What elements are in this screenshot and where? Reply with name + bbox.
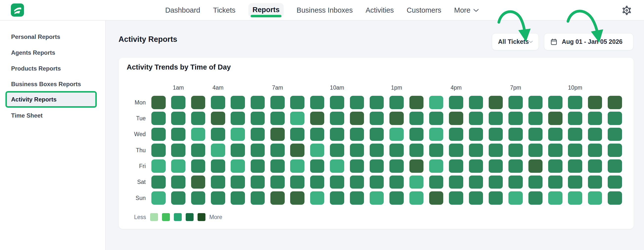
heatmap-cell[interactable] (548, 159, 562, 173)
heatmap-cell[interactable] (191, 96, 206, 109)
heatmap-cell[interactable] (608, 159, 622, 173)
heatmap-cell[interactable] (290, 96, 304, 109)
heatmap-cell[interactable] (211, 144, 225, 157)
heatmap-cell[interactable] (528, 159, 543, 173)
heatmap-cell[interactable] (151, 112, 166, 125)
heatmap-cell[interactable] (151, 144, 166, 157)
heatmap-cell[interactable] (270, 96, 285, 109)
heatmap-cell[interactable] (469, 159, 483, 173)
heatmap-cell[interactable] (489, 144, 503, 157)
sidebar-item-time-sheet[interactable]: Time Sheet (0, 108, 105, 123)
heatmap-cell[interactable] (390, 96, 404, 109)
heatmap-cell[interactable] (191, 159, 206, 173)
heatmap-cell[interactable] (508, 176, 523, 189)
heatmap-cell[interactable] (429, 96, 444, 109)
tickets-filter-dropdown[interactable]: All Tickets (492, 33, 539, 50)
heatmap-cell[interactable] (568, 176, 582, 189)
heatmap-cell[interactable] (370, 191, 384, 205)
heatmap-cell[interactable] (548, 191, 562, 205)
heatmap-cell[interactable] (350, 191, 364, 205)
heatmap-cell[interactable] (171, 144, 186, 157)
heatmap-cell[interactable] (489, 176, 503, 189)
heatmap-cell[interactable] (231, 144, 245, 157)
heatmap-cell[interactable] (528, 144, 543, 157)
heatmap-cell[interactable] (410, 191, 424, 205)
heatmap-cell[interactable] (508, 112, 523, 125)
heatmap-cell[interactable] (508, 144, 523, 157)
heatmap-cell[interactable] (429, 112, 444, 125)
heatmap-cell[interactable] (548, 144, 562, 157)
nav-item-activities[interactable]: Activities (366, 6, 394, 14)
heatmap-cell[interactable] (410, 128, 424, 141)
heatmap-cell[interactable] (390, 112, 404, 125)
heatmap-cell[interactable] (469, 176, 483, 189)
heatmap-cell[interactable] (330, 128, 344, 141)
heatmap-cell[interactable] (410, 112, 424, 125)
heatmap-cell[interactable] (231, 112, 245, 125)
heatmap-cell[interactable] (231, 128, 245, 141)
heatmap-cell[interactable] (469, 128, 483, 141)
heatmap-cell[interactable] (568, 191, 582, 205)
heatmap-cell[interactable] (489, 128, 503, 141)
sidebar-item-products-reports[interactable]: Products Reports (0, 61, 105, 76)
heatmap-cell[interactable] (330, 176, 344, 189)
heatmap-cell[interactable] (449, 144, 463, 157)
heatmap-cell[interactable] (350, 112, 364, 125)
heatmap-cell[interactable] (449, 96, 463, 109)
heatmap-cell[interactable] (489, 112, 503, 125)
sidebar-item-activity-reports[interactable]: Activity Reports (11, 96, 56, 103)
heatmap-cell[interactable] (330, 112, 344, 125)
heatmap-cell[interactable] (350, 96, 364, 109)
heatmap-cell[interactable] (508, 191, 523, 205)
heatmap-cell[interactable] (588, 112, 602, 125)
heatmap-cell[interactable] (588, 144, 602, 157)
heatmap-cell[interactable] (568, 96, 582, 109)
nav-item-tickets[interactable]: Tickets (213, 6, 236, 14)
heatmap-cell[interactable] (171, 112, 186, 125)
heatmap-cell[interactable] (251, 112, 265, 125)
heatmap-cell[interactable] (588, 128, 602, 141)
heatmap-cell[interactable] (469, 191, 483, 205)
heatmap-cell[interactable] (588, 191, 602, 205)
heatmap-cell[interactable] (449, 128, 463, 141)
sidebar-item-business-boxes-reports[interactable]: Business Boxes Reports (0, 76, 105, 92)
heatmap-cell[interactable] (330, 159, 344, 173)
heatmap-cell[interactable] (588, 96, 602, 109)
heatmap-cell[interactable] (469, 96, 483, 109)
heatmap-cell[interactable] (390, 176, 404, 189)
heatmap-cell[interactable] (211, 128, 225, 141)
heatmap-cell[interactable] (588, 176, 602, 189)
heatmap-cell[interactable] (608, 191, 622, 205)
heatmap-cell[interactable] (410, 96, 424, 109)
heatmap-cell[interactable] (608, 112, 622, 125)
heatmap-cell[interactable] (251, 144, 265, 157)
heatmap-cell[interactable] (151, 96, 166, 109)
heatmap-cell[interactable] (390, 144, 404, 157)
heatmap-cell[interactable] (429, 159, 444, 173)
heatmap-cell[interactable] (449, 191, 463, 205)
heatmap-cell[interactable] (528, 112, 543, 125)
heatmap-cell[interactable] (171, 128, 186, 141)
heatmap-cell[interactable] (508, 96, 523, 109)
heatmap-cell[interactable] (410, 176, 424, 189)
heatmap-cell[interactable] (608, 176, 622, 189)
heatmap-cell[interactable] (410, 159, 424, 173)
heatmap-cell[interactable] (231, 191, 245, 205)
heatmap-cell[interactable] (310, 128, 324, 141)
heatmap-cell[interactable] (171, 191, 186, 205)
heatmap-cell[interactable] (211, 112, 225, 125)
heatmap-cell[interactable] (211, 191, 225, 205)
heatmap-cell[interactable] (211, 159, 225, 173)
heatmap-cell[interactable] (310, 191, 324, 205)
heatmap-cell[interactable] (231, 96, 245, 109)
heatmap-cell[interactable] (568, 112, 582, 125)
heatmap-cell[interactable] (548, 112, 562, 125)
heatmap-cell[interactable] (390, 159, 404, 173)
app-logo[interactable] (11, 4, 24, 17)
heatmap-cell[interactable] (191, 176, 206, 189)
heatmap-cell[interactable] (350, 176, 364, 189)
heatmap-cell[interactable] (290, 144, 304, 157)
heatmap-cell[interactable] (270, 159, 285, 173)
heatmap-cell[interactable] (151, 191, 166, 205)
heatmap-cell[interactable] (330, 191, 344, 205)
